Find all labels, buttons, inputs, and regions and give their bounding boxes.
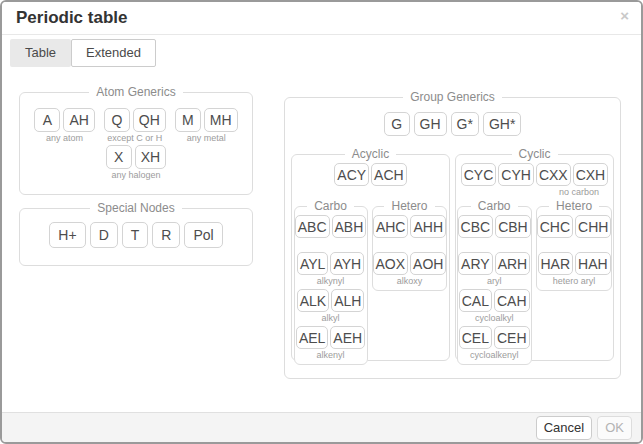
cyclic-hetero-rows: CHCCHHHARHAHhetero aryl: [537, 215, 612, 287]
pol-button[interactable]: Pol: [184, 222, 222, 248]
ahc-button[interactable]: AHC: [373, 215, 409, 238]
cyclic-carbo-fieldset: Carbo CBCCBHARYARHarylCALCAHcycloalkylCE…: [457, 199, 532, 365]
caption: [537, 239, 612, 250]
cah-button[interactable]: CAH: [494, 289, 530, 312]
acy-button[interactable]: ACY: [334, 163, 369, 186]
cbc-button[interactable]: CBC: [458, 215, 494, 238]
button-row: ALKALH: [295, 289, 367, 312]
ah-button[interactable]: AH: [63, 108, 94, 132]
cxh-button[interactable]: CXH: [573, 163, 609, 186]
mh-button[interactable]: MH: [204, 108, 238, 132]
button-row: AHCAHH: [373, 215, 447, 238]
aoh-button[interactable]: AOH: [410, 252, 446, 275]
caption: hetero aryl: [537, 276, 612, 287]
button-row: CELCEH: [458, 326, 531, 349]
button-row: QQH: [104, 108, 166, 132]
ok-button[interactable]: OK: [597, 416, 632, 440]
aeh-button[interactable]: AEH: [330, 326, 365, 349]
dialog-header: Periodic table ×: [2, 2, 641, 35]
carbo-legend: Carbo: [471, 199, 518, 213]
acyclic-hetero-rows: AHCAHHAOXAOHalkoxy: [373, 215, 447, 287]
g-button[interactable]: G: [384, 112, 410, 136]
group-generics-legend: Group Generics: [403, 90, 502, 104]
hetero-legend: Hetero: [549, 199, 599, 213]
button-group: MMHany metal: [175, 108, 238, 144]
arh-button[interactable]: ARH: [495, 252, 531, 275]
tab-extended[interactable]: Extended: [71, 39, 156, 67]
gh-star-button[interactable]: GH*: [483, 112, 521, 136]
alk-button[interactable]: ALK: [297, 289, 329, 312]
button-group: QQHexcept C or H: [104, 108, 166, 144]
cyc-button[interactable]: CYC: [461, 163, 497, 186]
ayl-button[interactable]: AYL: [297, 252, 328, 275]
m-button[interactable]: M: [175, 108, 201, 132]
abc-button[interactable]: ABC: [295, 215, 330, 238]
caption: cycloalkenyl: [458, 350, 531, 361]
x-button[interactable]: X: [106, 145, 132, 169]
group-generics-fieldset: Group Generics GGHG*GH* Acyclic ACYACH C…: [284, 90, 621, 379]
a-button[interactable]: A: [34, 108, 60, 132]
caption: except C or H: [107, 133, 162, 144]
close-icon[interactable]: ×: [620, 8, 629, 24]
button-row: ABCABH: [295, 215, 367, 238]
atom-generics-fieldset: Atom Generics AAHany atomQQHexcept C or …: [19, 85, 253, 195]
caption: [373, 239, 447, 250]
ary-button[interactable]: ARY: [458, 252, 493, 275]
ael-button[interactable]: AEL: [296, 326, 328, 349]
cbh-button[interactable]: CBH: [495, 215, 531, 238]
caption: aryl: [458, 276, 531, 287]
hah-button[interactable]: HAH: [575, 252, 611, 275]
button-row: HARHAH: [537, 252, 612, 275]
cal-button[interactable]: CAL: [459, 289, 492, 312]
hetero-legend: Hetero: [384, 199, 434, 213]
button-row: XXH: [106, 145, 166, 169]
ceh-button[interactable]: CEH: [494, 326, 530, 349]
xh-button[interactable]: XH: [135, 145, 166, 169]
r-button[interactable]: R: [152, 222, 180, 248]
g-star-button[interactable]: G*: [451, 112, 479, 136]
cel-button[interactable]: CEL: [459, 326, 492, 349]
abh-button[interactable]: ABH: [332, 215, 367, 238]
periodic-table-dialog: Periodic table × Table Extended Atom Gen…: [0, 0, 643, 444]
chh-button[interactable]: CHH: [575, 215, 611, 238]
h-plus-button[interactable]: H+: [49, 222, 85, 248]
ayh-button[interactable]: AYH: [330, 252, 364, 275]
caption: alkoxy: [373, 276, 447, 287]
atom-generics-legend: Atom Generics: [89, 85, 182, 99]
chc-button[interactable]: CHC: [537, 215, 573, 238]
caption: [295, 239, 367, 250]
button-row: MMH: [175, 108, 238, 132]
acyclic-carbo-fieldset: Carbo ABCABHAYLAYHalkynylALKALHalkylAELA…: [294, 199, 368, 365]
tab-bar: Table Extended: [10, 39, 156, 67]
q-button[interactable]: Q: [104, 108, 130, 132]
group-generics-top-row: GGHG*GH*: [285, 112, 620, 136]
button-row: ARYARH: [458, 252, 531, 275]
caption: alkynyl: [295, 276, 367, 287]
tab-table[interactable]: Table: [10, 39, 71, 67]
ach-button[interactable]: ACH: [371, 163, 407, 186]
cancel-button[interactable]: Cancel: [536, 416, 592, 440]
button-row: H+DTRPol: [20, 222, 252, 248]
t-button[interactable]: T: [122, 222, 149, 248]
special-nodes-fieldset: Special Nodes H+DTRPol: [19, 201, 253, 266]
button-row: CYCCYHCXXCXH: [456, 163, 613, 186]
d-button[interactable]: D: [90, 222, 118, 248]
button-row: CBCCBH: [458, 215, 531, 238]
aox-button[interactable]: AOX: [373, 252, 409, 275]
qh-button[interactable]: QH: [133, 108, 166, 132]
cyclic-carbo-rows: CBCCBHARYARHarylCALCAHcycloalkylCELCEHcy…: [458, 215, 531, 361]
alh-button[interactable]: ALH: [331, 289, 364, 312]
button-group: AAHany atom: [34, 108, 94, 144]
cxx-button[interactable]: CXX: [536, 163, 571, 186]
cyclic-fieldset: Cyclic CYCCYHCXXCXH no carbon Carbo CBCC…: [455, 147, 614, 361]
har-button[interactable]: HAR: [538, 252, 574, 275]
caption: alkenyl: [295, 350, 367, 361]
button-row: AELAEH: [295, 326, 367, 349]
cyh-button[interactable]: CYH: [498, 163, 534, 186]
atom-generics-groups: AAHany atomQQHexcept C or HMMHany metal: [20, 108, 252, 144]
caption: any halogen: [111, 170, 160, 181]
gh-button[interactable]: GH: [414, 112, 447, 136]
ahh-button[interactable]: AHH: [410, 215, 446, 238]
atom-generics-second-row: XXH any halogen: [20, 145, 252, 181]
button-group: XXH any halogen: [106, 145, 166, 181]
